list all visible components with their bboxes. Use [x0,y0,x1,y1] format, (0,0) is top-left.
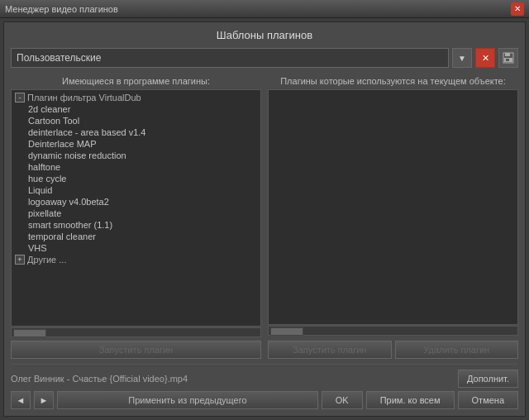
right-run-plugin-button[interactable]: Запустить плагин [268,341,392,359]
list-item[interactable]: Cartoon Tool [26,115,259,126]
ok-button[interactable]: OK [322,391,363,409]
bottom-row1: Олег Винник - Счастье {Official video}.m… [11,370,518,388]
left-panel-list[interactable]: - Плагин фильтра VirtualDub 2d cleaner C… [11,89,261,327]
left-panel-hscroll[interactable] [11,327,261,337]
list-item[interactable]: 2d cleaner [26,103,259,115]
nav-next-button[interactable]: ► [34,391,54,409]
dialog-title: Шаблоны плагинов [11,29,518,41]
dropdown-save-button[interactable] [498,48,518,68]
list-item[interactable]: dynamic noise reduction [26,150,259,161]
right-hscroll-thumb[interactable] [270,327,303,336]
tree-children: 2d cleaner Cartoon Tool deinterlace - ar… [26,103,259,254]
left-hscroll-thumb[interactable] [13,329,46,337]
list-item[interactable]: Deinterlace MAP [26,138,259,150]
tree-group-label-virtualdub: Плагин фильтра VirtualDub [27,93,141,103]
title-bar: Менеджер видео плагинов ✕ [0,0,529,18]
dropdown-row: Пользовательские ▼ ✕ [11,48,518,68]
tree-group-label-other: Другие ... [27,255,66,265]
list-item[interactable]: Liquid [26,184,259,196]
panels-row: Имеющиеся в программе плагины: - Плагин … [11,76,518,359]
right-panel: Плагины которые используются на текущем … [268,76,518,359]
list-item[interactable]: pixellate [26,208,259,219]
nav-prev-button[interactable]: ◄ [11,391,31,409]
footer-filename: Олег Винник - Счастье {Official video}.m… [11,374,458,384]
left-panel-header: Имеющиеся в программе плагины: [11,76,261,86]
right-panel-hscroll[interactable] [268,326,518,336]
list-item[interactable]: smart smoother (1.1) [26,219,259,231]
right-panel-buttons: Запустить плагин Удалить плагин [268,337,518,359]
additional-button[interactable]: Дополнит. [458,370,518,388]
dropdown-arrow-button[interactable]: ▼ [452,48,472,68]
left-panel: Имеющиеся в программе плагины: - Плагин … [11,76,261,359]
tree-toggle-virtualdub[interactable]: - [15,93,25,103]
list-item[interactable]: temporal cleaner [26,231,259,242]
title-bar-text: Менеджер видео плагинов [5,4,118,14]
tree-toggle-other[interactable]: + [15,255,25,265]
left-run-plugin-button[interactable]: Запустить плагин [11,341,261,359]
bottom-row2: ◄ ► Применить из предыдущего OK Прим. ко… [11,391,518,409]
right-remove-plugin-button[interactable]: Удалить плагин [395,341,519,359]
svg-rect-1 [505,53,510,56]
template-dropdown[interactable]: Пользовательские [11,48,449,68]
apply-all-button[interactable]: Прим. ко всем [366,391,455,409]
cancel-button[interactable]: Отмена [458,391,518,409]
close-button[interactable]: ✕ [511,2,524,16]
bottom-section: Олег Винник - Счастье {Official video}.m… [11,364,518,409]
right-panel-list[interactable] [268,89,518,325]
svg-rect-3 [506,59,509,61]
right-panel-header: Плагины которые используются на текущем … [268,76,518,86]
dropdown-delete-button[interactable]: ✕ [475,48,495,68]
main-container: Шаблоны плагинов Пользовательские ▼ ✕ Им… [3,21,526,417]
apply-prev-button[interactable]: Применить из предыдущего [57,391,318,409]
tree-group-other[interactable]: + Другие ... [13,254,259,265]
list-item[interactable]: hue cycle [26,173,259,184]
list-item[interactable]: VHS [26,242,259,254]
save-icon [503,52,514,64]
list-item[interactable]: logoaway v4.0beta2 [26,196,259,208]
list-item[interactable]: halftone [26,161,259,173]
tree-group-virtualdub[interactable]: - Плагин фильтра VirtualDub [13,92,259,103]
list-item[interactable]: deinterlace - area based v1.4 [26,126,259,138]
